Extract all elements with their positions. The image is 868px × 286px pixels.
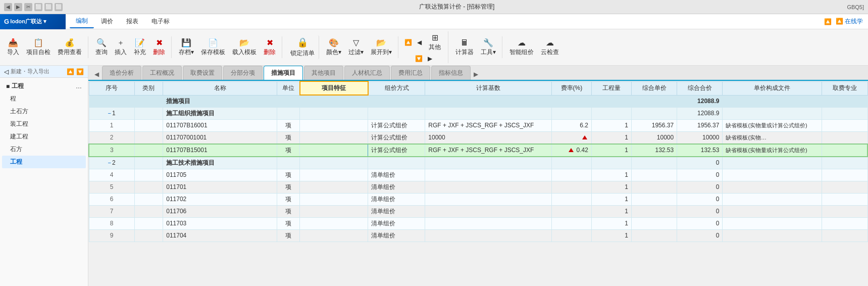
table-row-5[interactable]: 5 011701 项 清单组价 1 0 [89,181,867,193]
tab-rencaiji[interactable]: 人材机汇总 [344,66,390,80]
cell-r2-xiangmu [300,131,368,144]
filter-button[interactable]: ▽ 过滤▾ [345,36,367,58]
calculator-button[interactable]: 🖩 计算器 [452,37,477,58]
nav-up-button[interactable]: 🔼 [402,31,414,53]
cell-r2-danwei: 项 [277,131,299,144]
table-row-1[interactable]: 1 011707B16001 项 计算公式组价 RGF + JXF + JSCS… [89,119,867,131]
cloud-check-button[interactable]: ☁ 云检查 [538,36,562,58]
sidebar-header[interactable]: ◁ 新建・导入导出 🔼 🔽 [0,66,88,78]
copy-icon[interactable]: ⬜ [34,3,42,11]
sidebar-nav-up[interactable]: 🔼 [67,68,74,75]
nav-right-button[interactable]: ▶ [426,54,434,63]
cell-r8-code: 011703 [163,217,277,229]
sidebar-item-project[interactable]: ■ 工程 … [2,80,86,92]
tab-qufei[interactable]: 取费设置 [183,66,222,80]
import-label: 导入 [7,48,19,57]
title-bar-icons: ◀ ▶ ✂ ⬜ ⬜ ⬜ [4,3,63,11]
table-row-2[interactable]: 2 011707001001 项 计算公式组价 10000 1 10000 [89,131,867,144]
tab-zhibiao[interactable]: 指标信息 [431,66,471,80]
sidebar-item-2[interactable]: 土石方 [2,105,86,118]
back-icon[interactable]: ◀ [4,3,12,11]
tab-fenbu[interactable]: 分部分项 [223,66,263,80]
smart-price-button[interactable]: ☁ 智能组价 [506,36,537,58]
cut-icon[interactable]: ✂ [24,3,32,11]
cell-r3-feilv-val: 0.42 [577,147,588,154]
cell-section-zhuanye [822,95,867,107]
tab-prev-btn[interactable]: ◀ [92,69,101,80]
menu-right[interactable]: 🔼 🔼 在线学 [824,17,868,26]
tab-cuoshi[interactable]: 措施项目 [264,66,303,80]
save-label: 存档▾ [179,48,194,57]
undo-icon[interactable]: ⬜ [55,3,63,11]
menu-tiaojia[interactable]: 调价 [95,15,119,28]
sidebar-item-5[interactable]: 石方 [2,143,86,156]
table-row-3[interactable]: 3 011707B15001 项 计算公式组价 RGF + JXF + JSCS… [89,144,867,157]
table-row-6[interactable]: 6 011702 项 清单组价 1 0 [89,193,867,205]
expand-button[interactable]: 📂 展开到▾ [368,36,395,58]
cell-r6-hejia: 0 [677,193,723,205]
insert-button[interactable]: ＋ 插入 [112,37,130,58]
tab-next-btn[interactable]: ▶ [472,69,480,80]
table-row-4[interactable]: 4 011705 项 清单组价 1 0 [89,169,867,181]
cell-r3-code: 011707B15001 [163,144,277,157]
cell-r4-danjia [631,169,677,181]
tab-gongcheng[interactable]: 工程概况 [142,66,182,80]
online-study-link[interactable]: 🔼 在线学 [836,17,863,26]
sidebar-item-1[interactable]: 程 [2,92,86,105]
tools-button[interactable]: 🔧 工具▾ [478,36,499,58]
color-button[interactable]: 🎨 颜色▾ [323,36,344,58]
cell-r5-jisuan [425,181,552,193]
sidebar-nav-down[interactable]: 🔽 [76,68,84,75]
project-icon: ■ [6,83,10,90]
delete-template-button[interactable]: ✖ 删除 [261,36,279,58]
table-wrapper: 序号 类别 名称 单位 项目特征 组价方式 计算基数 费率(%) 工程量 综合单… [88,81,868,286]
lock-button[interactable]: 🔒 锁定清单 [286,35,319,59]
nav-down-button[interactable]: 🔽 [413,54,425,63]
save-template-button[interactable]: 📄 保存模板 [198,36,228,58]
tab-qita[interactable]: 其他项目 [304,66,343,80]
fee-view-button[interactable]: 💰 费用查看 [55,36,85,58]
supplement-button[interactable]: 📝 补充 [131,36,149,58]
cell-r4-feilv [551,169,591,181]
calculator-icon: 🖩 [461,38,469,47]
sidebar-item-3[interactable]: 装工程 [2,118,86,130]
tab-zaojia[interactable]: 造价分析 [102,66,141,80]
cell-section-danjia [631,95,677,107]
table-row-9[interactable]: 9 011704 项 清单组价 1 0 [89,229,867,242]
sidebar-item-4[interactable]: 建工程 [2,130,86,143]
content-wrapper: ◁ 新建・导入导出 🔼 🔽 ■ 工程 … 程 土石方 装工程 建工程 [0,66,868,286]
load-template-button[interactable]: 📂 载入模板 [229,36,260,58]
save-template-icon: 📄 [208,38,218,47]
cell-group1-jisuan [425,107,552,119]
cell-r3-xiangmu [300,144,368,157]
cell-r6-feilv [551,193,591,205]
nav-left-button[interactable]: ◀ [415,31,424,53]
import-button[interactable]: 📥 导入 [4,36,22,58]
cell-section-name: 措施项目 [163,95,277,107]
delete-button[interactable]: ✖ 删除 [150,36,168,58]
forward-icon[interactable]: ▶ [14,3,22,11]
cell-r1-danjia: 1956.37 [631,119,677,131]
cell-r3-wenjian: 缺省模板(实物量或计算公式组价) [723,144,822,157]
cell-r9-feilv [551,229,591,242]
sidebar-item-6[interactable]: 工程 [2,156,86,168]
sidebar: ◁ 新建・导入导出 🔼 🔽 ■ 工程 … 程 土石方 装工程 建工程 [0,66,88,286]
cell-r3-danjia: 132.53 [631,144,677,157]
table-row-8[interactable]: 8 011703 项 清单组价 1 0 [89,217,867,229]
expand-group2-btn[interactable]: − [108,160,111,166]
other-label: 其他 [429,43,441,52]
menu-bianzhi[interactable]: 编制 [70,15,94,28]
save-button[interactable]: 💾 存档▾ [176,36,197,58]
query-button[interactable]: 🔍 查询 [92,36,111,58]
table-row-7[interactable]: 7 011706 项 清单组价 1 0 [89,205,867,217]
cell-r5-leibie [134,181,163,193]
save-template-label: 保存模板 [201,48,225,57]
expand-group1-btn[interactable]: − [108,110,111,116]
cell-r5-danjia [631,181,677,193]
tab-feiyong[interactable]: 费用汇总 [391,66,430,80]
paste-icon[interactable]: ⬜ [44,3,53,11]
menu-dianzibiao[interactable]: 电子标 [145,15,176,28]
other-button[interactable]: ⊞ 其他 [425,31,445,53]
project-check-button[interactable]: 📋 项目自检 [23,36,54,58]
menu-baobiao[interactable]: 报表 [120,15,144,28]
